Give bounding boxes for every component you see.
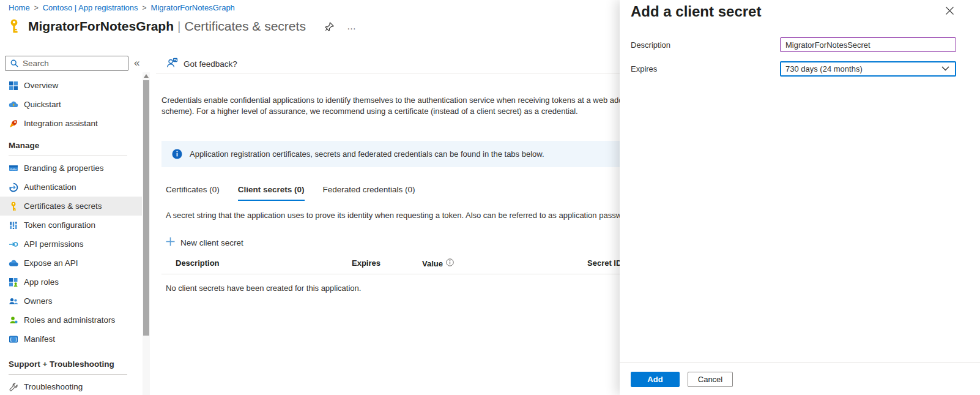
sidebar-item-overview[interactable]: Overview (0, 76, 142, 95)
sidebar-item-label: API permissions (24, 239, 84, 249)
scrollbar-up-arrow[interactable] (144, 74, 149, 78)
value-info-icon[interactable] (446, 258, 454, 268)
expires-label: Expires (631, 64, 780, 73)
breadcrumb-separator: > (34, 4, 39, 12)
description-input[interactable] (780, 37, 956, 52)
add-button[interactable]: Add (631, 372, 680, 387)
sidebar-item-label: Branding & properties (24, 164, 104, 173)
sidebar-section-manage: Manage (0, 133, 142, 153)
column-header-description: Description (176, 258, 220, 268)
breadcrumb-home-link[interactable]: Home (9, 3, 30, 12)
feedback-icon (166, 58, 178, 70)
sidebar-item-expose-an-api[interactable]: Expose an API (0, 254, 142, 273)
sidebar-item-quickstart[interactable]: Quickstart (0, 95, 142, 114)
breadcrumb-current-app-link[interactable]: MigratorForNotesGraph (151, 3, 235, 12)
sidebar-item-label: Quickstart (24, 100, 61, 109)
sidebar-section-support: Support + Troubleshooting (0, 348, 142, 372)
overview-icon (9, 81, 18, 91)
certificates-secrets-key-icon (9, 201, 18, 211)
sidebar: « Overview Quickstart Integration assist… (0, 52, 151, 395)
new-client-secret-button[interactable]: New client secret (166, 237, 243, 248)
expires-select[interactable]: 730 days (24 months) (780, 61, 956, 77)
expires-selected-value: 730 days (24 months) (781, 64, 863, 73)
cancel-button[interactable]: Cancel (688, 372, 733, 387)
tab-bar: Certificates (0) Client secrets (0) Fede… (166, 185, 415, 201)
close-icon[interactable] (945, 6, 954, 15)
sidebar-item-token-configuration[interactable]: Token configuration (0, 216, 142, 235)
sidebar-item-label: App roles (24, 277, 59, 287)
sidebar-item-label: Troubleshooting (24, 382, 83, 391)
breadcrumb-app-registrations-link[interactable]: Contoso | App registrations (43, 3, 138, 12)
search-input[interactable] (23, 59, 128, 68)
roles-administrators-icon (9, 315, 18, 325)
sidebar-item-label: Overview (24, 81, 58, 90)
key-icon (6, 18, 22, 34)
panel-footer: Add Cancel (620, 363, 980, 395)
divider (9, 156, 127, 156)
sidebar-item-owners[interactable]: Owners (0, 292, 142, 310)
manifest-icon: ( ) (9, 334, 18, 344)
sidebar-item-label: Owners (24, 296, 53, 306)
plus-icon (166, 237, 175, 248)
sidebar-item-label: Expose an API (24, 258, 78, 268)
troubleshooting-wrench-icon (9, 382, 18, 392)
sidebar-item-app-roles[interactable]: App roles (0, 273, 142, 292)
expose-api-cloud-icon (9, 258, 18, 268)
sidebar-item-branding-properties[interactable]: Branding & properties (0, 159, 142, 178)
chevron-down-icon (941, 66, 949, 71)
column-header-value: Value (422, 258, 454, 268)
page-title-section: Certificates & secrets (184, 19, 305, 33)
feedback-label: Got feedback? (184, 59, 237, 69)
sidebar-item-label: Authentication (24, 182, 76, 192)
sidebar-item-integration-assistant[interactable]: Integration assistant (0, 114, 142, 133)
info-banner-text: Application registration certificates, s… (190, 149, 544, 159)
sidebar-search-box[interactable] (5, 56, 128, 71)
svg-text:( ): ( ) (9, 336, 18, 342)
breadcrumb: Home > Contoso | App registrations > Mig… (9, 3, 235, 12)
panel-title: Add a client secret (631, 3, 761, 20)
sidebar-item-roles-administrators[interactable]: Roles and administrators (0, 310, 142, 329)
owners-icon (9, 296, 18, 306)
page-header: MigratorForNotesGraph|Certificates & sec… (6, 18, 357, 34)
expires-field-row: Expires 730 days (24 months) (631, 61, 957, 77)
breadcrumb-separator: > (143, 4, 147, 12)
app-roles-icon (9, 277, 18, 287)
page-title-pipe: | (174, 19, 184, 33)
sidebar-item-troubleshooting[interactable]: Troubleshooting (0, 377, 142, 395)
more-options-icon[interactable]: … (347, 23, 357, 29)
token-configuration-icon (9, 220, 18, 230)
quickstart-icon (9, 100, 18, 110)
sidebar-item-api-permissions[interactable]: API permissions (0, 235, 142, 254)
new-client-secret-label: New client secret (180, 238, 243, 247)
tab-federated-credentials[interactable]: Federated credentials (0) (323, 185, 415, 201)
pin-icon[interactable] (324, 21, 335, 32)
sidebar-item-label: Roles and administrators (24, 315, 115, 325)
sidebar-item-label: Token configuration (24, 220, 95, 230)
sidebar-item-manifest[interactable]: ( ) Manifest (0, 329, 142, 348)
integration-assistant-icon (9, 119, 18, 129)
got-feedback-button[interactable]: Got feedback? (166, 58, 237, 70)
sidebar-item-certificates-secrets[interactable]: Certificates & secrets (0, 197, 142, 216)
description-field-row: Description (631, 37, 957, 53)
scrollbar-thumb[interactable] (143, 80, 149, 336)
tab-certificates[interactable]: Certificates (0) (166, 185, 220, 201)
add-client-secret-panel: Add a client secret Description Expires … (620, 0, 980, 395)
sidebar-nav: Overview Quickstart Integration assistan… (0, 76, 142, 395)
sidebar-item-authentication[interactable]: Authentication (0, 178, 142, 197)
info-icon (172, 149, 182, 159)
collapse-sidebar-icon[interactable]: « (134, 57, 139, 69)
search-icon (10, 59, 18, 67)
sidebar-scrollbar[interactable] (143, 72, 150, 395)
tab-client-secrets[interactable]: Client secrets (0) (238, 185, 305, 201)
description-label: Description (631, 40, 780, 50)
column-header-secret-id: Secret ID (587, 258, 622, 268)
column-header-value-label: Value (422, 259, 443, 268)
sidebar-item-label: Manifest (24, 334, 55, 344)
column-header-expires: Expires (352, 258, 380, 268)
branding-icon (9, 164, 18, 173)
empty-table-message: No client secrets have been created for … (166, 284, 361, 293)
sidebar-item-label: Integration assistant (24, 119, 98, 128)
page-title: MigratorForNotesGraph|Certificates & sec… (28, 19, 306, 34)
api-permissions-icon (9, 239, 18, 249)
divider (9, 374, 127, 375)
